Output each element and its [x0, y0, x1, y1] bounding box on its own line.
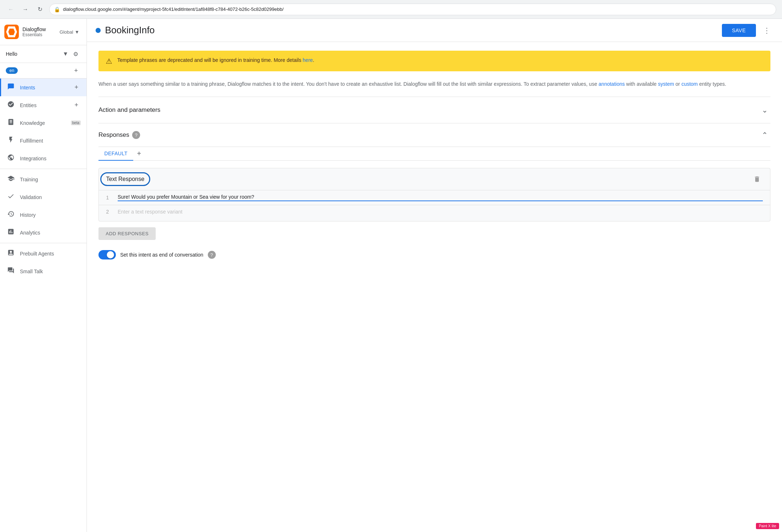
nav-divider-1 — [0, 169, 87, 169]
more-options-button[interactable]: ⋮ — [760, 24, 773, 37]
response-card-header: Text Response — [99, 168, 770, 190]
page-title: BookingInfo — [105, 25, 718, 36]
response-row-1: 1 Sure! Would you prefer Mountain or Sea… — [99, 190, 770, 205]
sidebar-item-training[interactable]: Training — [0, 170, 87, 188]
forward-button[interactable]: → — [20, 4, 30, 14]
tab-default[interactable]: DEFAULT — [98, 147, 133, 161]
knowledge-icon — [7, 118, 15, 127]
sidebar-item-label: Prebuilt Agents — [20, 251, 81, 257]
sidebar-item-integrations[interactable]: Integrations — [0, 149, 87, 167]
action-parameters-collapse-button[interactable]: ⌄ — [759, 104, 770, 116]
paint-badge: Paint X lite — [756, 523, 779, 529]
sidebar-item-fulfillment[interactable]: Fulfillment — [0, 132, 87, 149]
add-entity-button[interactable]: + — [72, 101, 81, 110]
responses-title: Responses — [98, 131, 129, 139]
security-icon: 🔒 — [54, 7, 60, 12]
intents-icon — [7, 83, 15, 92]
action-parameters-section: Action and parameters ⌄ — [98, 97, 770, 123]
agent-name: Hello — [6, 51, 60, 57]
svg-marker-1 — [9, 28, 14, 35]
sidebar-nav: Intents + Entities + Knowledge beta — [0, 79, 87, 532]
sidebar-item-entities[interactable]: Entities + — [0, 96, 87, 114]
knowledge-beta-badge: beta — [71, 121, 81, 125]
warning-banner: ⚠ Template phrases are deprecated and wi… — [98, 51, 770, 71]
sidebar-item-prebuilt[interactable]: Prebuilt Agents — [0, 245, 87, 262]
warning-icon: ⚠ — [106, 57, 112, 66]
agent-dropdown-button[interactable]: ▼ — [60, 49, 71, 59]
integrations-icon — [7, 154, 15, 163]
svg-marker-0 — [7, 26, 17, 38]
sidebar-item-label: Validation — [20, 194, 81, 200]
add-responses-button[interactable]: ADD RESPONSES — [98, 227, 156, 240]
response-card-title-wrapper: Text Response — [106, 176, 144, 182]
sidebar-brand: Dialogflow Essentials — [22, 26, 46, 37]
annotations-link[interactable]: annotations — [598, 81, 625, 87]
sidebar-item-label: Integrations — [20, 156, 81, 161]
end-of-conversation-toggle-row: Set this intent as end of conversation ? — [98, 250, 770, 259]
warning-text: Template phrases are deprecated and will… — [117, 56, 314, 64]
response-row-text[interactable]: Sure! Would you prefer Mountain or Sea v… — [118, 194, 763, 201]
add-language-button[interactable]: + — [71, 66, 81, 75]
response-rows: 1 Sure! Would you prefer Mountain or Sea… — [99, 190, 770, 221]
sidebar-item-label: Training — [20, 177, 81, 182]
description-text: When a user says something similar to a … — [98, 80, 770, 88]
training-icon — [7, 175, 15, 184]
toggle-help-icon[interactable]: ? — [208, 251, 216, 259]
help-icon[interactable]: ? — [132, 131, 140, 139]
responses-header: Responses ? ⌃ — [98, 129, 770, 141]
svg-marker-2 — [10, 30, 13, 34]
entities-icon — [7, 101, 15, 110]
reload-button[interactable]: ↻ — [35, 4, 45, 14]
system-link[interactable]: system — [658, 81, 674, 87]
responses-collapse-button[interactable]: ⌃ — [759, 129, 770, 141]
sidebar-item-label: Analytics — [20, 230, 81, 236]
sidebar-item-smalltalk[interactable]: Small Talk — [0, 262, 87, 280]
address-bar[interactable]: 🔒 dialogflow.cloud.google.com/#/agent/my… — [49, 4, 776, 15]
action-parameters-title: Action and parameters — [98, 106, 160, 114]
brand-name: Dialogflow — [22, 26, 46, 32]
end-conversation-toggle[interactable] — [98, 250, 116, 259]
topbar: BookingInfo SAVE ⋮ — [87, 19, 782, 42]
history-icon — [7, 210, 15, 219]
brand-sub: Essentials — [22, 32, 46, 37]
sidebar-item-label: Small Talk — [20, 269, 81, 274]
sidebar-item-knowledge[interactable]: Knowledge beta — [0, 114, 87, 132]
warning-link[interactable]: here — [303, 57, 313, 63]
dropdown-arrow-icon: ▼ — [75, 29, 79, 35]
response-row-number: 1 — [106, 195, 112, 200]
sidebar-item-analytics[interactable]: Analytics — [0, 224, 87, 241]
delete-response-button[interactable] — [751, 173, 763, 185]
app-container: Dialogflow Essentials Global ▼ Hello ▼ ⚙… — [0, 19, 782, 532]
sidebar-item-history[interactable]: History — [0, 206, 87, 224]
back-button[interactable]: ← — [6, 4, 16, 14]
main-content: BookingInfo SAVE ⋮ ⚠ Template phrases ar… — [87, 19, 782, 532]
response-card-title: Text Response — [106, 176, 144, 182]
agent-settings-button[interactable]: ⚙ — [71, 49, 81, 59]
content-area: ⚠ Template phrases are deprecated and wi… — [87, 42, 782, 532]
sidebar-header: Dialogflow Essentials Global ▼ — [0, 19, 87, 45]
sidebar-item-label: Intents — [20, 85, 67, 90]
add-tab-button[interactable]: + — [133, 148, 145, 160]
sidebar-item-intents[interactable]: Intents + — [0, 79, 87, 96]
end-conversation-label: Set this intent as end of conversation — [120, 252, 203, 258]
sidebar-item-label: Fulfillment — [20, 138, 81, 144]
save-button[interactable]: SAVE — [722, 24, 756, 37]
sidebar-item-validation[interactable]: Validation — [0, 188, 87, 206]
fulfillment-icon — [7, 136, 15, 145]
add-intent-button[interactable]: + — [72, 83, 81, 92]
validation-icon — [7, 193, 15, 202]
responses-section: Responses ? ⌃ DEFAULT + Text Response — [98, 123, 770, 259]
sidebar-item-label: Entities — [20, 102, 67, 108]
browser-chrome: ← → ↻ 🔒 dialogflow.cloud.google.com/#/ag… — [0, 0, 782, 19]
sidebar-item-label: Knowledge — [20, 120, 66, 126]
action-parameters-header[interactable]: Action and parameters ⌄ — [98, 97, 770, 123]
response-row-placeholder[interactable]: Enter a text response variant — [118, 209, 763, 215]
smalltalk-icon — [7, 267, 15, 276]
custom-link[interactable]: custom — [681, 81, 698, 87]
sidebar: Dialogflow Essentials Global ▼ Hello ▼ ⚙… — [0, 19, 87, 532]
status-dot — [96, 28, 101, 33]
global-selector[interactable]: Global ▼ — [57, 28, 82, 36]
response-card: Text Response 1 Sure! Would you prefer M… — [98, 168, 770, 221]
dialogflow-logo — [4, 25, 19, 39]
agent-row: Hello ▼ ⚙ — [0, 45, 87, 63]
